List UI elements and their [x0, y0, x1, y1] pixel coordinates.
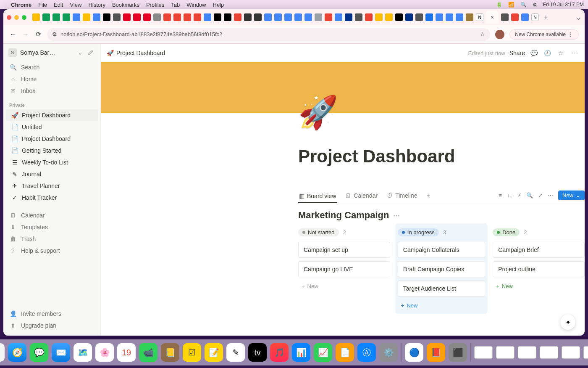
window-minimize-button[interactable] [14, 15, 19, 20]
tab-favicon[interactable] [224, 13, 231, 21]
ai-fab-button[interactable]: ✦ [560, 315, 575, 330]
new-page-icon[interactable] [86, 48, 95, 57]
dock-appstore-icon[interactable]: Ⓐ [357, 343, 376, 362]
tab-favicon[interactable] [415, 13, 423, 21]
sidebar-templates[interactable]: ⬇︎Templates [3, 221, 100, 233]
tab-favicon[interactable] [355, 13, 362, 21]
tab-favicon[interactable] [264, 13, 272, 21]
tab-favicon[interactable] [173, 13, 181, 21]
workspace-switcher[interactable]: S Somya Bar… ⌄ [3, 44, 100, 61]
dock-freeform-icon[interactable]: ✎ [226, 343, 245, 362]
address-bar[interactable]: ⚙︎ notion.so/Project-Dashboard-ab1883e2f… [47, 28, 490, 41]
tab-favicon[interactable] [32, 13, 40, 21]
dock-notes-icon[interactable]: 📝 [205, 343, 223, 362]
comments-icon[interactable]: 💬 [529, 48, 538, 58]
sidebar-help[interactable]: ?Help & support [3, 245, 100, 257]
spotlight-icon[interactable]: 🔍 [520, 2, 527, 8]
tab-favicon[interactable] [184, 13, 191, 21]
tab-favicon[interactable] [93, 13, 100, 21]
dock-facetime-icon[interactable]: 📹 [139, 343, 158, 362]
app-menu[interactable]: Chrome [11, 2, 32, 8]
breadcrumb[interactable]: 🚀 Project Dashboard [107, 50, 165, 56]
add-view-button[interactable]: + [425, 191, 430, 200]
menu-file[interactable]: File [38, 2, 47, 8]
tab-favicon[interactable] [375, 13, 383, 21]
wifi-icon[interactable]: 📶 [508, 2, 514, 8]
tab-favicon[interactable] [123, 13, 131, 21]
menu-edit[interactable]: Edit [54, 2, 63, 8]
tab-overflow-icon[interactable]: ⌄ [576, 13, 581, 21]
tab-favicon[interactable] [405, 13, 413, 21]
tab-favicon[interactable] [113, 13, 121, 21]
sidebar-page-journal[interactable]: ✎Journal [6, 168, 98, 180]
database-title[interactable]: Marketing Campaign [298, 210, 389, 221]
back-button[interactable]: ← [9, 31, 17, 38]
tab-favicon[interactable] [63, 13, 70, 21]
tab-favicon[interactable] [294, 13, 302, 21]
dock-minimized-window[interactable] [540, 346, 558, 359]
menu-help[interactable]: Help [213, 2, 224, 8]
menu-window[interactable]: Window [186, 2, 206, 8]
new-tab-button[interactable]: + [541, 13, 550, 21]
close-tab-icon[interactable]: × [491, 14, 494, 21]
board-card[interactable]: Target Audience List [398, 281, 485, 297]
dock-messages-icon[interactable]: 💬 [30, 343, 48, 362]
tab-favicon[interactable] [194, 13, 201, 21]
tab-favicon[interactable] [153, 13, 161, 21]
tab-favicon[interactable] [345, 13, 352, 21]
dock-contacts-icon[interactable]: 📒 [161, 343, 179, 362]
add-card-button[interactable]: +New [298, 281, 390, 292]
dock-safari-icon[interactable]: 🧭 [8, 343, 26, 362]
sidebar-page-untitled[interactable]: 📄Untitled [6, 121, 98, 133]
tab-favicon[interactable]: N [531, 13, 539, 21]
tab-favicon[interactable] [143, 13, 151, 21]
tab-favicon[interactable] [511, 13, 519, 21]
dock-minimized-window[interactable] [583, 346, 588, 359]
tab-favicon[interactable] [254, 13, 262, 21]
new-button[interactable]: New⌄ [558, 191, 585, 200]
sidebar-page-project-dashboard-2[interactable]: 📄Project Dashboard [6, 133, 98, 145]
tab-favicon[interactable] [52, 13, 60, 21]
sidebar-page-project-dashboard[interactable]: 🚀Project Dashboard [6, 109, 98, 121]
sidebar-trash[interactable]: 🗑Trash [3, 233, 100, 245]
dock-photos-icon[interactable]: 🌸 [95, 343, 114, 362]
site-info-icon[interactable]: ⚙︎ [52, 31, 57, 37]
tab-favicon[interactable] [204, 13, 211, 21]
menubar-datetime[interactable]: Fri 19 Jul 3:17 PM [543, 2, 584, 8]
menu-profiles[interactable]: Profiles [146, 2, 164, 8]
sidebar-inbox[interactable]: ✉︎Inbox [3, 85, 100, 97]
tab-favicon[interactable] [425, 13, 433, 21]
menu-bookmarks[interactable]: Bookmarks [112, 2, 139, 8]
page-icon[interactable]: 🚀 [298, 93, 338, 131]
tab-favicon[interactable] [133, 13, 141, 21]
tab-favicon[interactable] [456, 13, 463, 21]
update-badge[interactable]: New Chrome available ⋮ [509, 29, 579, 40]
view-tab-calendar[interactable]: 🗓Calendar [344, 191, 378, 200]
more-icon[interactable]: ⋯ [570, 48, 579, 58]
menu-tab[interactable]: Tab [171, 2, 180, 8]
share-button[interactable]: Share [509, 50, 525, 56]
status-pill-done[interactable]: Done [493, 228, 520, 236]
menu-view[interactable]: View [70, 2, 81, 8]
window-close-button[interactable] [7, 15, 11, 20]
tab-favicon[interactable] [214, 13, 221, 21]
add-card-button[interactable]: +New [493, 281, 585, 292]
dock-numbers-icon[interactable]: 📈 [314, 343, 332, 362]
board-card[interactable]: Project outline [493, 261, 585, 277]
page-title[interactable]: Project Dashboard [298, 146, 585, 167]
sidebar-upgrade[interactable]: ⬆︎Upgrade plan [3, 320, 100, 331]
tab-favicon[interactable] [335, 13, 342, 21]
dock-books-icon[interactable]: 📕 [427, 343, 445, 362]
sidebar-page-weekly-todo[interactable]: ☰Weekly To-do List [6, 156, 98, 168]
menu-history[interactable]: History [88, 2, 105, 8]
tab-favicon[interactable] [73, 13, 80, 21]
tab-favicon[interactable] [436, 13, 443, 21]
dock-keynote-icon[interactable]: 📊 [292, 343, 310, 362]
control-center-icon[interactable]: ⚙︎ [533, 2, 537, 8]
bookmark-star-icon[interactable]: ☆ [480, 31, 485, 37]
tab-favicon[interactable] [163, 13, 171, 21]
tab-favicon[interactable] [385, 13, 393, 21]
window-zoom-button[interactable] [22, 15, 26, 20]
dock-settings-icon[interactable]: ⚙️ [379, 343, 398, 362]
filter-icon[interactable]: ≡ [499, 192, 502, 199]
